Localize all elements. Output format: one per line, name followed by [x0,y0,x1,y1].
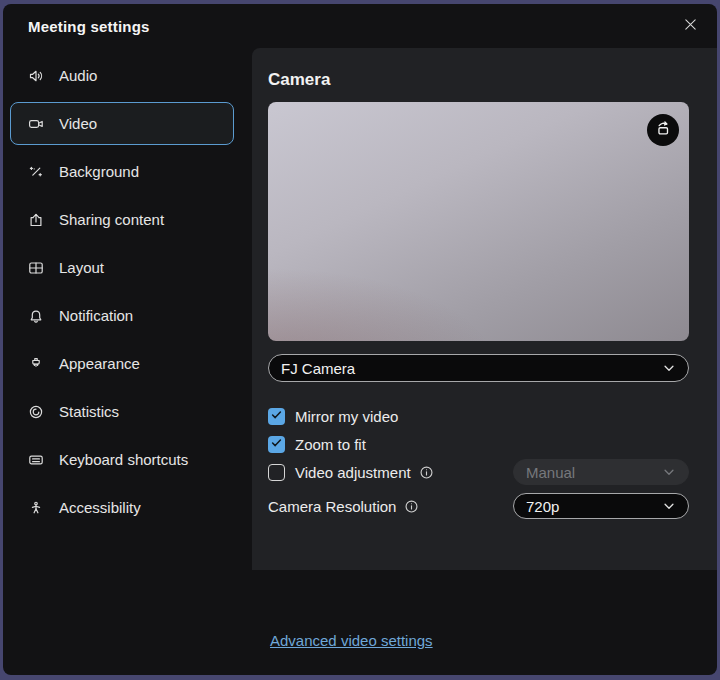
desktop-backdrop: { "window": { "title": "Meeting settings… [0,0,720,680]
camera-device-select[interactable]: FJ Camera [268,354,689,382]
sidebar-item-label: Background [59,163,139,180]
advanced-video-settings-link[interactable]: Advanced video settings [270,632,433,649]
dialog-body: Audio Video [3,48,717,675]
sidebar-item-sharing-content[interactable]: Sharing content [10,198,234,241]
sidebar-item-label: Statistics [59,403,119,420]
video-adjustment-row: Video adjustment Manual [268,458,689,486]
sidebar-item-notification[interactable]: Notification [10,294,234,337]
sidebar-item-layout[interactable]: Layout [10,246,234,289]
camera-resolution-select[interactable]: 720p [513,493,689,519]
sidebar-item-keyboard-shortcuts[interactable]: Keyboard shortcuts [10,438,234,481]
close-icon [683,17,698,36]
mirror-video-row: Mirror my video [268,402,689,430]
checkmark-icon [270,435,283,453]
sidebar-item-label: Notification [59,307,133,324]
sidebar-item-statistics[interactable]: Statistics [10,390,234,433]
video-adjustment-mode-value: Manual [526,464,575,481]
share-up-icon [28,212,44,228]
flip-camera-icon [654,119,672,141]
sidebar-item-label: Keyboard shortcuts [59,451,188,468]
sidebar-item-appearance[interactable]: Appearance [10,342,234,385]
mirror-video-label: Mirror my video [295,408,398,425]
info-icon[interactable] [419,465,434,480]
dialog-title: Meeting settings [28,18,150,35]
camera-resolution-row: Camera Resolution 720p [268,492,689,520]
checkmark-icon [270,407,283,425]
chevron-down-icon [662,465,676,479]
video-adjustment-mode-select: Manual [513,459,689,485]
zoom-to-fit-row: Zoom to fit [268,430,689,458]
camera-resolution-value: 720p [526,498,559,515]
camera-section-heading: Camera [268,70,689,90]
keyboard-icon [28,452,44,468]
video-settings-panel: Camera FJ Camera [252,48,717,675]
chevron-down-icon [662,361,676,375]
video-camera-icon [28,116,44,132]
video-adjustment-checkbox[interactable] [268,464,285,481]
camera-section-card: Camera FJ Camera [252,48,717,570]
mirror-video-checkbox[interactable] [268,408,285,425]
sidebar-item-label: Sharing content [59,211,164,228]
camera-options: Mirror my video Zoom to fit [268,402,689,520]
accessibility-icon [28,500,44,516]
meeting-settings-dialog: Meeting settings Audio [3,4,717,675]
camera-preview [268,102,689,341]
sidebar-item-accessibility[interactable]: Accessibility [10,486,234,529]
grid-layout-icon [28,260,44,276]
magic-wand-icon [28,164,44,180]
sidebar-item-background[interactable]: Background [10,150,234,193]
camera-resolution-label: Camera Resolution [268,498,396,515]
dialog-header: Meeting settings [3,4,717,48]
paintbrush-icon [28,356,44,372]
zoom-to-fit-checkbox[interactable] [268,436,285,453]
settings-sidebar: Audio Video [3,48,252,675]
sidebar-item-label: Accessibility [59,499,141,516]
advanced-settings-zone: Advanced video settings [252,570,717,650]
sidebar-item-label: Audio [59,67,97,84]
speaker-icon [28,68,44,84]
bell-icon [28,308,44,324]
sidebar-item-label: Layout [59,259,104,276]
sidebar-item-label: Video [59,115,97,132]
sidebar-item-label: Appearance [59,355,140,372]
sidebar-item-video[interactable]: Video [10,102,234,145]
flip-camera-button[interactable] [647,114,679,146]
pie-chart-icon [28,404,44,420]
video-adjustment-label: Video adjustment [295,464,411,481]
camera-device-value: FJ Camera [281,360,355,377]
chevron-down-icon [662,499,676,513]
info-icon[interactable] [404,499,419,514]
zoom-to-fit-label: Zoom to fit [295,436,366,453]
close-button[interactable] [677,13,703,39]
sidebar-item-audio[interactable]: Audio [10,54,234,97]
